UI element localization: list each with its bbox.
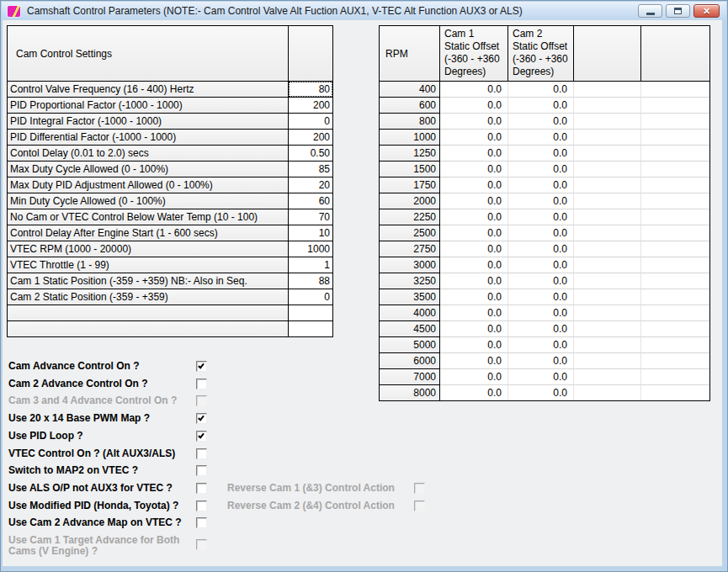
checkbox-use-20-x-14-base-pwm-map[interactable]	[196, 413, 207, 424]
cam2-offset-cell[interactable]: 0.0	[508, 369, 574, 385]
offset-extra-cell	[574, 289, 641, 305]
checkbox-row-use-20-x-14-base-pwm-map: Use 20 x 14 Base PWM Map ?	[8, 413, 429, 430]
checkbox-label-use-cam-1-target-advance-for-both-cams-v-e: Use Cam 1 Target Advance for Both Cams (…	[8, 535, 189, 557]
cam1-offset-cell[interactable]: 0.0	[440, 369, 508, 385]
setting-value-cell[interactable]: 60	[289, 193, 332, 209]
cam2-offset-cell[interactable]: 0.0	[508, 337, 574, 353]
cam2-offset-cell[interactable]: 0.0	[508, 305, 574, 321]
maximize-button[interactable]	[666, 4, 690, 18]
settings-row: Contol Delay (0.01 to 2.0) secs0.50	[8, 146, 332, 162]
setting-label	[8, 321, 289, 336]
setting-value-cell[interactable]: 70	[289, 209, 332, 225]
rpm-cell: 600	[380, 98, 440, 114]
cam2-offset-cell[interactable]: 0.0	[508, 273, 574, 289]
checkbox-use-pid-loop[interactable]	[196, 431, 207, 442]
setting-label: Control Delay After Engine Start (1 - 60…	[8, 225, 289, 241]
checkbox-cam-2-advance-control-on[interactable]	[196, 379, 207, 389]
offset-row: 30000.00.0	[380, 257, 709, 273]
titlebar[interactable]: Camshaft Control Parameters (NOTE:- Cam …	[2, 2, 726, 20]
setting-value-cell[interactable]: 200	[289, 98, 332, 114]
setting-label: Contol Delay (0.01 to 2.0) secs	[8, 146, 289, 162]
checkbox-vtec-control-on-alt-aux3-als[interactable]	[196, 448, 207, 459]
cam1-offset-cell[interactable]: 0.0	[440, 162, 508, 177]
checkbox-row-use-pid-loop: Use PID Loop ?	[8, 431, 429, 448]
checkbox-use-cam-2-advance-map-on-vtec[interactable]	[196, 517, 207, 528]
cam1-offset-cell[interactable]: 0.0	[440, 209, 508, 225]
setting-value-cell[interactable]: 0	[289, 289, 332, 305]
setting-value-cell[interactable]: 0.50	[289, 146, 332, 162]
offset-row: 27500.00.0	[380, 241, 709, 257]
cam2-offset-cell[interactable]: 0.0	[508, 209, 574, 225]
offset-table: RPM Cam 1 Static Offset (-360 - +360 Deg…	[379, 25, 710, 401]
app-icon[interactable]	[8, 6, 20, 17]
cam1-offset-cell[interactable]: 0.0	[440, 337, 508, 353]
cam2-offset-cell[interactable]: 0.0	[508, 385, 574, 400]
cam1-offset-cell[interactable]: 0.0	[440, 114, 508, 130]
cam1-offset-cell[interactable]: 0.0	[440, 82, 508, 98]
setting-value-cell[interactable]: 0	[289, 114, 332, 130]
offset-row: 35000.00.0	[380, 289, 709, 305]
offset-extra-cell	[574, 130, 641, 146]
cam1-offset-cell[interactable]: 0.0	[440, 385, 508, 400]
checkbox-use-als-o-p-not-aux3-for-vtec[interactable]	[196, 483, 207, 494]
cam1-offset-cell[interactable]: 0.0	[440, 273, 508, 289]
cam2-offset-cell[interactable]: 0.0	[508, 225, 574, 241]
cam2-offset-cell[interactable]: 0.0	[508, 82, 574, 98]
cam2-offset-cell[interactable]: 0.0	[508, 353, 574, 369]
offset-header-empty-1	[574, 26, 641, 81]
setting-value-cell[interactable]: 10	[289, 225, 332, 241]
settings-table-body: Control Valve Frequency (16 - 400) Hertz…	[8, 82, 332, 336]
offset-row: 15000.00.0	[380, 162, 709, 177]
setting-value-cell[interactable]	[289, 305, 332, 321]
offset-extra-cell	[641, 321, 709, 337]
cam1-offset-cell[interactable]: 0.0	[440, 130, 508, 146]
checkbox-use-modified-pid-honda-toyota[interactable]	[196, 500, 207, 511]
setting-value-cell[interactable]: 1	[289, 257, 332, 273]
checkbox-switch-to-map2-on-vtec[interactable]	[196, 465, 207, 476]
setting-value-cell[interactable]: 1000	[289, 241, 332, 257]
cam1-offset-cell[interactable]: 0.0	[440, 193, 508, 209]
cam2-offset-cell[interactable]: 0.0	[508, 162, 574, 177]
cam1-offset-cell[interactable]: 0.0	[440, 257, 508, 273]
setting-label	[8, 305, 289, 321]
minimize-button[interactable]	[638, 4, 662, 18]
cam2-offset-cell[interactable]: 0.0	[508, 193, 574, 209]
cam2-offset-cell[interactable]: 0.0	[508, 289, 574, 305]
cam2-offset-cell[interactable]: 0.0	[508, 257, 574, 273]
setting-value-cell[interactable]	[289, 321, 332, 336]
cam1-offset-cell[interactable]: 0.0	[440, 305, 508, 321]
cam2-offset-cell[interactable]: 0.0	[508, 321, 574, 337]
offset-extra-cell	[641, 305, 709, 321]
checkbox-label-cam-advance-control-on: Cam Advance Control On ?	[8, 361, 189, 372]
setting-value-cell[interactable]: 80	[289, 82, 332, 98]
setting-label: PID Proportional Factor (-1000 - 1000)	[8, 98, 289, 114]
setting-label: Cam 2 Static Position (-359 - +359)	[8, 289, 289, 305]
cam1-offset-cell[interactable]: 0.0	[440, 225, 508, 241]
cam1-offset-cell[interactable]: 0.0	[440, 289, 508, 305]
cam1-offset-cell[interactable]: 0.0	[440, 146, 508, 162]
cam2-offset-cell[interactable]: 0.0	[508, 146, 574, 162]
cam2-offset-cell[interactable]: 0.0	[508, 177, 574, 193]
close-button[interactable]: ✕	[693, 4, 720, 18]
window-controls: ✕	[638, 4, 720, 18]
setting-label: PID Integral Factor (-1000 - 1000)	[8, 114, 289, 130]
cam1-offset-cell[interactable]: 0.0	[440, 241, 508, 257]
cam2-offset-cell[interactable]: 0.0	[508, 98, 574, 114]
rpm-cell: 1250	[380, 146, 440, 162]
cam2-offset-cell[interactable]: 0.0	[508, 114, 574, 130]
checkbox-row-reverse-cam-1-3-control-action: Reverse Cam 1 (&3) Control Action	[227, 483, 429, 500]
cam1-offset-cell[interactable]: 0.0	[440, 177, 508, 193]
offset-table-header-row: RPM Cam 1 Static Offset (-360 - +360 Deg…	[380, 26, 709, 82]
cam2-offset-cell[interactable]: 0.0	[508, 130, 574, 146]
checkbox-cam-advance-control-on[interactable]	[196, 361, 207, 372]
setting-value-cell[interactable]: 20	[289, 177, 332, 193]
offset-extra-cell	[574, 305, 641, 321]
setting-value-cell[interactable]: 85	[289, 162, 332, 177]
setting-value-cell[interactable]: 88	[289, 273, 332, 289]
setting-value-cell[interactable]: 200	[289, 130, 332, 146]
cam1-offset-cell[interactable]: 0.0	[440, 353, 508, 369]
cam1-offset-cell[interactable]: 0.0	[440, 321, 508, 337]
cam1-offset-cell[interactable]: 0.0	[440, 98, 508, 114]
settings-row: PID Proportional Factor (-1000 - 1000)20…	[8, 98, 332, 114]
cam2-offset-cell[interactable]: 0.0	[508, 241, 574, 257]
